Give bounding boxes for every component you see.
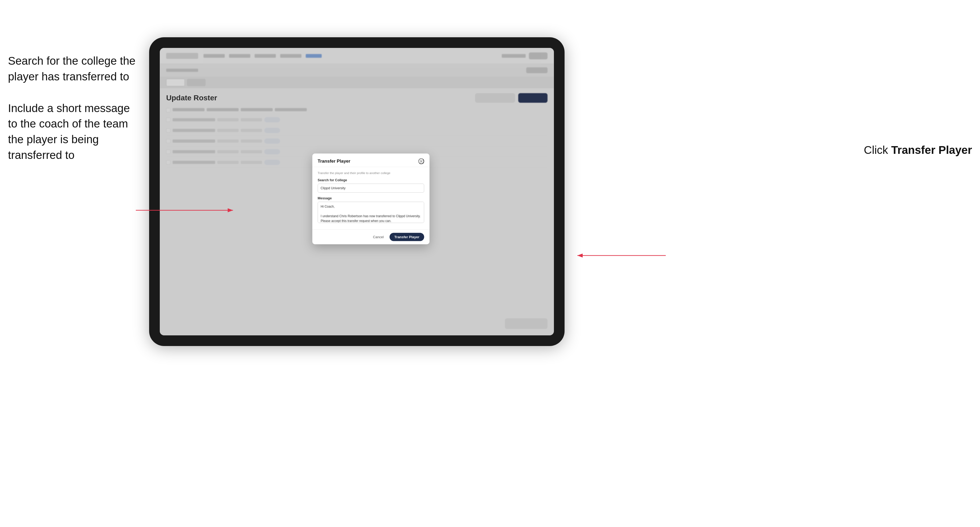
transfer-player-button[interactable]: Transfer Player <box>390 233 424 241</box>
modal-subtitle: Transfer the player and their profile to… <box>318 171 424 175</box>
annotation-text-1: Search for the college the player has tr… <box>8 53 136 85</box>
annotation-text-2: Include a short message to the coach of … <box>8 101 136 163</box>
annotation-prefix: Click <box>864 144 891 156</box>
cancel-button[interactable]: Cancel <box>370 233 386 241</box>
search-college-label: Search for College <box>318 178 424 182</box>
annotation-bold: Transfer Player <box>891 144 972 156</box>
modal-footer: Cancel Transfer Player <box>312 229 430 244</box>
transfer-player-modal: Transfer Player ✕ Transfer the player an… <box>312 154 430 244</box>
ipad-screen: Update Roster <box>160 48 554 335</box>
modal-body: Transfer the player and their profile to… <box>312 167 430 229</box>
modal-title: Transfer Player <box>318 159 350 164</box>
message-label: Message <box>318 197 424 200</box>
modal-header: Transfer Player ✕ <box>312 154 430 167</box>
annotation-right: Click Transfer Player <box>864 144 972 157</box>
ipad-frame: Update Roster <box>149 37 565 346</box>
message-textarea[interactable] <box>318 202 424 223</box>
annotation-left: Search for the college the player has tr… <box>8 53 136 179</box>
search-college-input[interactable] <box>318 184 424 193</box>
modal-close-button[interactable]: ✕ <box>418 158 424 164</box>
